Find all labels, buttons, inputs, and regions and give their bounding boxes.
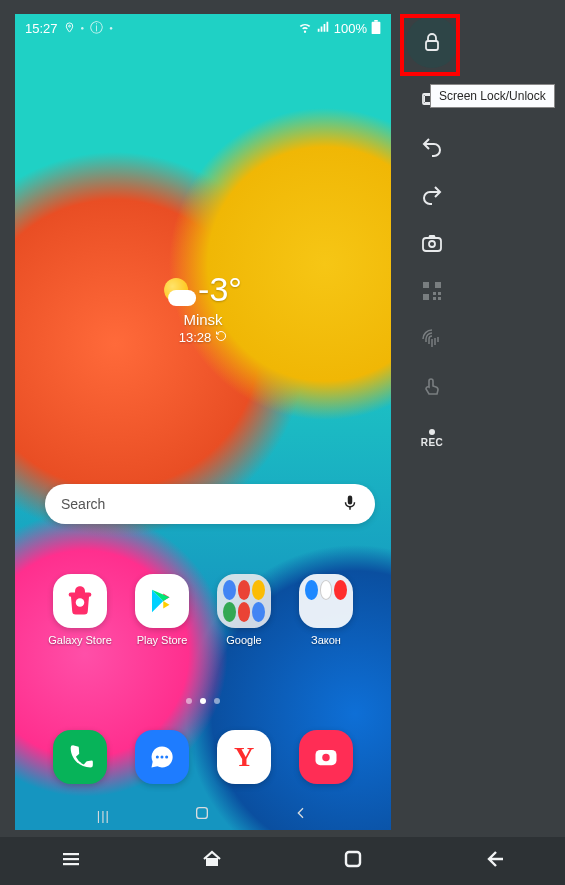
svg-point-6 bbox=[160, 755, 163, 758]
nav-home[interactable] bbox=[194, 805, 210, 825]
mic-icon[interactable] bbox=[341, 494, 359, 515]
weather-widget[interactable]: -3° Minsk 13:28 bbox=[164, 270, 242, 345]
info-icon: ⓘ bbox=[90, 19, 103, 37]
svg-rect-22 bbox=[438, 297, 441, 300]
dot-active bbox=[200, 698, 206, 704]
search-bar[interactable]: Search bbox=[45, 484, 375, 524]
app-galaxy-store[interactable]: Galaxy Store bbox=[48, 574, 112, 646]
phone-nav-bar: ||| bbox=[15, 800, 391, 830]
weather-time: 13:28 bbox=[164, 330, 242, 345]
app-label: Google bbox=[226, 634, 261, 646]
fingerprint-button[interactable] bbox=[406, 322, 458, 356]
emu-back-button[interactable] bbox=[482, 847, 506, 875]
svg-point-4 bbox=[76, 598, 85, 607]
touch-button[interactable] bbox=[406, 370, 458, 404]
dock-phone[interactable] bbox=[48, 730, 112, 784]
qr-button[interactable] bbox=[406, 274, 458, 308]
emulator-nav-bar bbox=[0, 837, 565, 885]
app-play-store[interactable]: Play Store bbox=[130, 574, 194, 646]
weather-time-text: 13:28 bbox=[179, 330, 212, 345]
svg-rect-21 bbox=[433, 297, 436, 300]
side-toolbar: REC bbox=[400, 16, 565, 458]
refresh-icon bbox=[215, 330, 227, 345]
app-row: Galaxy Store Play Store Google bbox=[15, 574, 391, 646]
app-folder-google[interactable]: Google bbox=[212, 574, 276, 646]
nav-back[interactable] bbox=[293, 805, 309, 825]
status-dot-icon: ● bbox=[81, 25, 85, 31]
dock: Y bbox=[15, 730, 391, 784]
svg-rect-19 bbox=[433, 292, 436, 295]
app-label: Закон bbox=[311, 634, 341, 646]
svg-rect-18 bbox=[423, 294, 429, 300]
svg-point-9 bbox=[322, 754, 329, 761]
status-time: 15:27 bbox=[25, 21, 58, 36]
svg-rect-25 bbox=[63, 863, 79, 865]
dot bbox=[214, 698, 220, 704]
svg-rect-17 bbox=[435, 282, 441, 288]
battery-text: 100% bbox=[334, 21, 367, 36]
svg-rect-24 bbox=[63, 858, 79, 860]
wallpaper bbox=[15, 14, 391, 830]
svg-point-7 bbox=[165, 755, 168, 758]
screenshot-button[interactable] bbox=[406, 226, 458, 260]
folder-icon bbox=[217, 574, 271, 628]
emu-menu-button[interactable] bbox=[59, 847, 83, 875]
svg-rect-10 bbox=[196, 808, 207, 819]
status-dot-icon: ● bbox=[109, 25, 113, 31]
undo-button[interactable] bbox=[406, 130, 458, 164]
svg-rect-11 bbox=[426, 41, 438, 50]
svg-rect-14 bbox=[423, 238, 441, 251]
dock-yandex[interactable]: Y bbox=[212, 730, 276, 784]
svg-rect-20 bbox=[438, 292, 441, 295]
app-label: Play Store bbox=[137, 634, 188, 646]
status-bar: 15:27 ● ⓘ ● 100% bbox=[15, 14, 391, 42]
nav-recent[interactable]: ||| bbox=[97, 808, 110, 823]
battery-icon bbox=[371, 20, 381, 37]
location-icon bbox=[64, 21, 75, 36]
svg-point-15 bbox=[429, 241, 435, 247]
svg-rect-2 bbox=[374, 20, 378, 22]
app-label: Galaxy Store bbox=[48, 634, 112, 646]
weather-icon bbox=[164, 278, 188, 302]
app-folder-zakon[interactable]: Закон bbox=[294, 574, 358, 646]
svg-rect-23 bbox=[63, 853, 79, 855]
record-dot-icon bbox=[429, 429, 435, 435]
svg-rect-16 bbox=[423, 282, 429, 288]
wifi-icon bbox=[298, 20, 312, 37]
weather-city: Minsk bbox=[164, 311, 242, 328]
dot bbox=[186, 698, 192, 704]
signal-icon bbox=[316, 20, 330, 37]
emu-overview-button[interactable] bbox=[341, 847, 365, 875]
svg-point-0 bbox=[68, 25, 70, 27]
folder-icon bbox=[299, 574, 353, 628]
dock-messages[interactable] bbox=[130, 730, 194, 784]
record-label: REC bbox=[421, 437, 444, 448]
phone-screen[interactable]: 15:27 ● ⓘ ● 100% -3° Minsk bbox=[15, 14, 391, 830]
lock-tooltip: Screen Lock/Unlock bbox=[430, 84, 555, 108]
emu-home-button[interactable] bbox=[200, 847, 224, 875]
svg-rect-3 bbox=[69, 593, 92, 597]
search-placeholder: Search bbox=[61, 496, 105, 512]
weather-temperature: -3° bbox=[198, 270, 242, 309]
lock-button[interactable] bbox=[406, 16, 458, 68]
record-button[interactable]: REC bbox=[406, 418, 458, 458]
redo-button[interactable] bbox=[406, 178, 458, 212]
svg-point-5 bbox=[156, 755, 159, 758]
svg-rect-26 bbox=[346, 852, 360, 866]
page-indicator bbox=[186, 698, 220, 704]
dock-camera[interactable] bbox=[294, 730, 358, 784]
svg-rect-1 bbox=[372, 21, 381, 33]
